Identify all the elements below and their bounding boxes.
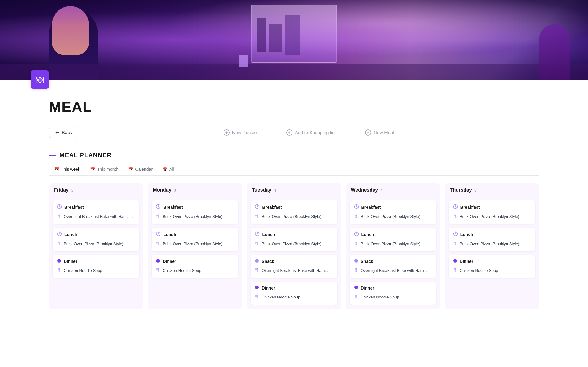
fork-icon-4-2-0 (453, 268, 457, 273)
meal-card-monday-1[interactable]: Lunch Brick-Oven Pizza (Brooklyn Style) (152, 228, 238, 251)
meal-type-row-2-2: Snack (255, 259, 333, 264)
tab-this-month-label: This month (97, 167, 118, 172)
svg-line-74 (455, 207, 456, 207)
tab-this-month-icon: 📅 (90, 167, 95, 172)
fork-icon-0-0-0 (57, 214, 61, 219)
meal-item-row-0-1-0: Brick-Oven Pizza (Brooklyn Style) (57, 240, 135, 248)
meal-type-icon-3-1 (354, 231, 359, 238)
day-body-monday: Breakfast Brick-Oven Pizza (Brooklyn Sty… (148, 197, 242, 283)
meal-item-row-1-2-0: Chicken Noodle Soup (156, 267, 234, 274)
meal-type-label-2-0: Breakfast (262, 205, 282, 210)
hero-building-1 (257, 18, 266, 52)
meal-type-label-2-2: Snack (262, 259, 274, 264)
meal-item-row-4-2-0: Chicken Noodle Soup (453, 267, 531, 274)
meal-item-row-0-0-0: Overnight Breakfast Bake with Ham, Che (57, 213, 135, 220)
meal-type-icon-2-1 (255, 231, 260, 238)
day-header-friday: Friday3 (49, 183, 143, 197)
day-name-monday: Monday (153, 187, 171, 193)
back-label: Back (62, 130, 72, 135)
meal-type-label-4-2: Dinner (460, 259, 473, 264)
fork-icon-2-0-0 (255, 214, 259, 219)
meal-type-row-2-3: Dinner (255, 285, 333, 291)
meal-card-wednesday-0[interactable]: Breakfast Brick-Oven Pizza (Brooklyn Sty… (350, 200, 436, 224)
meal-type-icon-0-1 (57, 231, 62, 238)
meal-item-name-2-1-0: Brick-Oven Pizza (Brooklyn Style) (262, 242, 321, 246)
meal-card-thursday-2[interactable]: Dinner Chicken Noodle Soup (449, 255, 535, 278)
day-body-thursday: Breakfast Brick-Oven Pizza (Brooklyn Sty… (445, 197, 539, 283)
meal-card-thursday-1[interactable]: Lunch Brick-Oven Pizza (Brooklyn Style) (449, 228, 535, 251)
fork-icon-3-3-0 (354, 294, 358, 300)
back-icon: ⬅ (55, 129, 59, 135)
day-header-wednesday: Wednesday4 (346, 183, 440, 197)
day-count-tuesday: 4 (274, 188, 276, 193)
fork-icon-3-0-0 (354, 214, 358, 219)
meal-card-wednesday-3[interactable]: Dinner Chicken Noodle Soup (350, 282, 436, 305)
meal-card-friday-1[interactable]: Lunch Brick-Oven Pizza (Brooklyn Style) (53, 228, 139, 251)
tab-this-week-icon: 📅 (54, 167, 59, 172)
main-content: MEAL ⬅ Back + New Recipe + Add to Shoppi… (18, 99, 570, 314)
svg-point-84 (453, 259, 457, 263)
fork-icon-1-2-0 (156, 268, 160, 273)
meal-card-monday-0[interactable]: Breakfast Brick-Oven Pizza (Brooklyn Sty… (152, 200, 238, 224)
meal-type-label-0-0: Breakfast (64, 205, 84, 210)
tabs: 📅 This week 📅 This month 📅 Calendar 📅 Al… (49, 164, 539, 176)
meal-item-name-0-0-0: Overnight Breakfast Bake with Ham, Che (64, 214, 135, 219)
new-recipe-button[interactable]: + New Recipe (221, 128, 259, 137)
meal-card-tuesday-1[interactable]: Lunch Brick-Oven Pizza (Brooklyn Style) (251, 228, 337, 251)
day-name-thursday: Thursday (450, 187, 472, 193)
meal-type-row-1-1: Lunch (156, 231, 234, 238)
meal-card-tuesday-2[interactable]: Snack Overnight Breakfast Bake with Ham,… (251, 255, 337, 278)
tab-calendar-label: Calendar (135, 167, 153, 172)
meal-item-name-3-0-0: Brick-Oven Pizza (Brooklyn Style) (361, 214, 420, 219)
day-column-wednesday: Wednesday4 Breakfast Brick-Oven Pizza (B… (346, 183, 440, 309)
meal-card-wednesday-1[interactable]: Lunch Brick-Oven Pizza (Brooklyn Style) (350, 228, 436, 251)
meal-item-name-2-3-0: Chicken Noodle Soup (262, 295, 300, 299)
svg-line-34 (257, 207, 258, 207)
meal-card-friday-2[interactable]: Dinner Chicken Noodle Soup (53, 255, 139, 278)
meal-card-tuesday-0[interactable]: Breakfast Brick-Oven Pizza (Brooklyn Sty… (251, 200, 337, 224)
meal-item-name-3-3-0: Chicken Noodle Soup (361, 295, 399, 299)
meal-card-monday-2[interactable]: Dinner Chicken Noodle Soup (152, 255, 238, 278)
day-count-thursday: 3 (474, 188, 477, 193)
tab-calendar[interactable]: 📅 Calendar (123, 164, 157, 175)
add-shopping-label: Add to Shopping list (295, 130, 336, 135)
meal-item-row-1-1-0: Brick-Oven Pizza (Brooklyn Style) (156, 240, 234, 248)
day-column-thursday: Thursday3 Breakfast Brick-Oven Pizza (Br… (445, 183, 539, 309)
add-shopping-plus-icon: + (286, 129, 292, 136)
back-button[interactable]: ⬅ Back (49, 127, 78, 138)
hero-building-2 (270, 24, 282, 52)
fork-icon-0-1-0 (57, 241, 61, 246)
meal-item-name-1-2-0: Chicken Noodle Soup (163, 268, 201, 273)
tab-all-icon: 📅 (162, 167, 168, 172)
hero-hair (52, 6, 89, 55)
add-shopping-button[interactable]: + Add to Shopping list (284, 128, 338, 137)
meal-item-name-2-2-0: Overnight Breakfast Bake with Ham, Che (262, 268, 333, 273)
meal-card-thursday-0[interactable]: Breakfast Brick-Oven Pizza (Brooklyn Sty… (449, 200, 535, 224)
new-meal-button[interactable]: + New Meal (363, 128, 397, 137)
tab-this-week-label: This week (61, 167, 80, 172)
tab-calendar-icon: 📅 (128, 167, 133, 172)
meal-type-icon-3-0 (354, 204, 359, 210)
meal-card-wednesday-2[interactable]: Snack Overnight Breakfast Bake with Ham,… (350, 255, 436, 278)
svg-line-54 (356, 207, 357, 207)
days-container: Friday3 Breakfast Overnight Breakfast Ba… (49, 183, 539, 314)
section-heading: MEAL PLANNER (49, 152, 539, 159)
fork-icon-2-1-0 (255, 241, 259, 246)
meal-item-name-2-0-0: Brick-Oven Pizza (Brooklyn Style) (262, 214, 321, 219)
meal-type-icon-4-0 (453, 204, 458, 210)
meal-item-row-1-0-0: Brick-Oven Pizza (Brooklyn Style) (156, 213, 234, 220)
meal-item-row-2-2-0: Overnight Breakfast Bake with Ham, Che (255, 267, 333, 274)
tab-all[interactable]: 📅 All (157, 164, 179, 175)
toolbar-center-buttons: + New Recipe + Add to Shopping list + Ne… (78, 128, 539, 137)
meal-type-label-0-1: Lunch (64, 232, 77, 237)
meal-type-icon-3-2 (354, 259, 358, 264)
hero-building-3 (285, 15, 300, 55)
meal-type-label-3-3: Dinner (361, 286, 374, 290)
tab-this-month[interactable]: 📅 This month (85, 164, 123, 175)
svg-point-48 (255, 286, 259, 289)
meal-card-friday-0[interactable]: Breakfast Overnight Breakfast Bake with … (53, 200, 139, 224)
tab-this-week[interactable]: 📅 This week (49, 164, 85, 175)
meal-item-row-3-1-0: Brick-Oven Pizza (Brooklyn Style) (354, 240, 432, 248)
svg-point-28 (156, 259, 160, 263)
meal-card-tuesday-3[interactable]: Dinner Chicken Noodle Soup (251, 282, 337, 305)
